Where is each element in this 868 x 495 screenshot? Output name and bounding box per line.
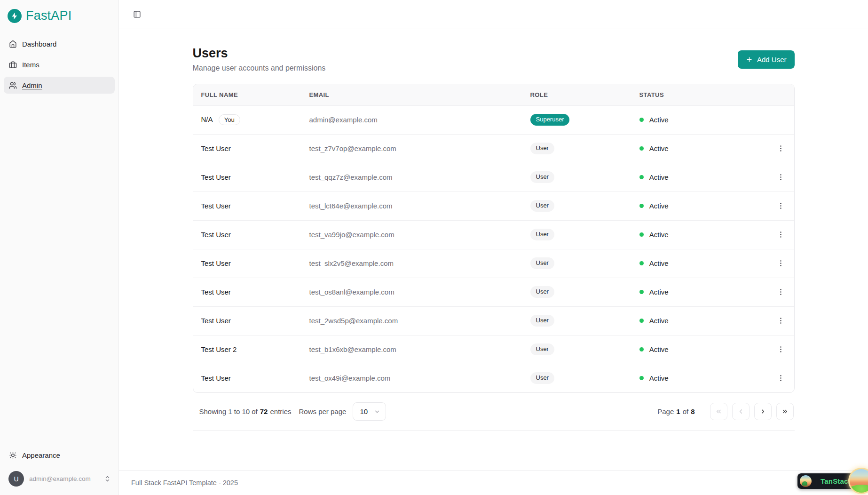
current-page: 1	[676, 407, 680, 415]
status-label: Active	[649, 259, 669, 267]
table-row: N/A You admin@example.com Superuser Acti…	[193, 105, 794, 134]
column-header-email: EMAIL	[301, 84, 522, 105]
users-page: Users Manage user accounts and permissio…	[193, 29, 795, 431]
last-page-button[interactable]	[776, 403, 794, 420]
ellipsis-vertical-icon	[777, 231, 785, 239]
chevron-down-icon	[374, 408, 380, 415]
user-email-label: admin@example.com	[29, 475, 99, 482]
total-pages: 8	[691, 407, 694, 415]
tanstack-devtools-badge[interactable]: TanStack	[797, 466, 868, 491]
status-dot	[639, 261, 644, 265]
add-user-label: Add User	[757, 56, 787, 64]
users-table-card: FULL NAME EMAIL ROLE STATUS N/A You admi…	[193, 84, 795, 393]
chevrons-right-icon	[781, 408, 789, 415]
showing-summary: Showing 1 to 10 of 72 entries	[193, 407, 292, 415]
ellipsis-vertical-icon	[777, 259, 785, 267]
user-email: test_b1x6xb@example.com	[309, 345, 396, 353]
showing-suffix: entries	[270, 407, 291, 415]
brand-logo: FastAPI	[4, 7, 115, 35]
row-menu-button[interactable]	[774, 285, 788, 299]
tanstack-island-logo-icon[interactable]	[848, 468, 868, 494]
previous-page-button[interactable]	[732, 403, 750, 420]
user-email: test_os8anl@example.com	[309, 288, 395, 296]
home-icon	[9, 40, 17, 48]
user-full-name: Test User	[201, 144, 231, 152]
divider	[816, 477, 816, 486]
tanstack-label: TanStack	[821, 477, 852, 485]
chevrons-left-icon	[715, 408, 722, 415]
row-menu-button[interactable]	[774, 142, 788, 155]
user-menu-button[interactable]: U admin@example.com	[4, 468, 115, 489]
status-label: Active	[649, 345, 669, 353]
role-badge: User	[530, 286, 554, 298]
panel-left-icon	[133, 10, 141, 18]
user-full-name: Test User	[201, 173, 231, 181]
status-dot	[639, 175, 644, 179]
sidebar-nav: Dashboard Items Admin	[4, 35, 115, 94]
showing-prefix: Showing 1 to 10 of	[199, 407, 258, 415]
user-email: test_va99jo@example.com	[309, 231, 395, 239]
status-dot	[639, 118, 644, 122]
row-menu-button[interactable]	[774, 256, 788, 270]
row-menu-button[interactable]	[774, 199, 788, 213]
rows-per-page: Rows per page 10	[299, 402, 386, 421]
of-word: of	[683, 407, 689, 415]
sidebar-item-dashboard[interactable]: Dashboard	[4, 35, 115, 52]
user-full-name: Test User	[201, 231, 231, 239]
status-dot	[639, 146, 644, 151]
pager: Page 1 of 8	[657, 403, 794, 420]
footer: Full Stack FastAPI Template - 2025	[119, 470, 868, 495]
status-dot	[639, 204, 644, 208]
role-badge: User	[530, 343, 554, 355]
rows-per-page-select[interactable]: 10	[353, 402, 386, 421]
user-full-name: Test User 2	[201, 345, 237, 353]
sun-icon	[9, 451, 17, 459]
table-row: Test User test_ox49i@example.com User Ac…	[193, 364, 794, 392]
add-user-button[interactable]: Add User	[738, 50, 795, 69]
topbar	[119, 0, 868, 29]
appearance-label: Appearance	[22, 451, 60, 459]
row-menu-button[interactable]	[774, 371, 788, 385]
user-email: test_lct64e@example.com	[309, 202, 393, 210]
user-full-name: Test User	[201, 317, 231, 325]
ellipsis-vertical-icon	[777, 374, 785, 382]
users-table: FULL NAME EMAIL ROLE STATUS N/A You admi…	[193, 84, 794, 392]
first-page-button[interactable]	[710, 403, 727, 420]
sidebar-item-items[interactable]: Items	[4, 56, 115, 73]
plus-icon	[746, 56, 753, 63]
total-entries: 72	[260, 407, 268, 415]
row-menu-button[interactable]	[774, 314, 788, 327]
user-full-name: Test User	[201, 202, 231, 210]
row-menu-button[interactable]	[774, 343, 788, 356]
ellipsis-vertical-icon	[777, 317, 785, 325]
page-title: Users	[193, 46, 326, 61]
chevrons-up-down-icon	[104, 475, 111, 482]
role-badge: User	[530, 143, 554, 154]
row-menu-button[interactable]	[774, 228, 788, 241]
sidebar-item-label: Items	[22, 61, 39, 69]
user-email: test_qqz7z@example.com	[309, 173, 393, 181]
status-dot	[639, 376, 644, 380]
ellipsis-vertical-icon	[777, 202, 785, 210]
page-info: Page 1 of 8	[657, 407, 694, 415]
status-label: Active	[649, 231, 669, 239]
status-label: Active	[649, 202, 669, 210]
status-dot	[639, 347, 644, 351]
bolt-icon	[8, 9, 22, 23]
user-email: test_slx2v5@example.com	[309, 259, 394, 267]
ellipsis-vertical-icon	[777, 345, 785, 353]
chevron-left-icon	[737, 408, 744, 415]
footer-text: Full Stack FastAPI Template - 2025	[131, 479, 238, 487]
ellipsis-vertical-icon	[777, 144, 785, 152]
role-badge: User	[530, 200, 554, 212]
pagination-bar: Showing 1 to 10 of 72 entries Rows per p…	[193, 393, 795, 431]
row-menu-button[interactable]	[774, 170, 788, 184]
user-email: test_z7v7op@example.com	[309, 144, 396, 152]
sidebar-toggle-button[interactable]	[131, 8, 143, 20]
rows-per-page-label: Rows per page	[299, 407, 346, 415]
next-page-button[interactable]	[754, 403, 772, 420]
ellipsis-vertical-icon	[777, 173, 785, 181]
user-full-name: Test User	[201, 374, 231, 382]
appearance-button[interactable]: Appearance	[4, 447, 115, 463]
sidebar-item-admin[interactable]: Admin	[4, 77, 115, 94]
